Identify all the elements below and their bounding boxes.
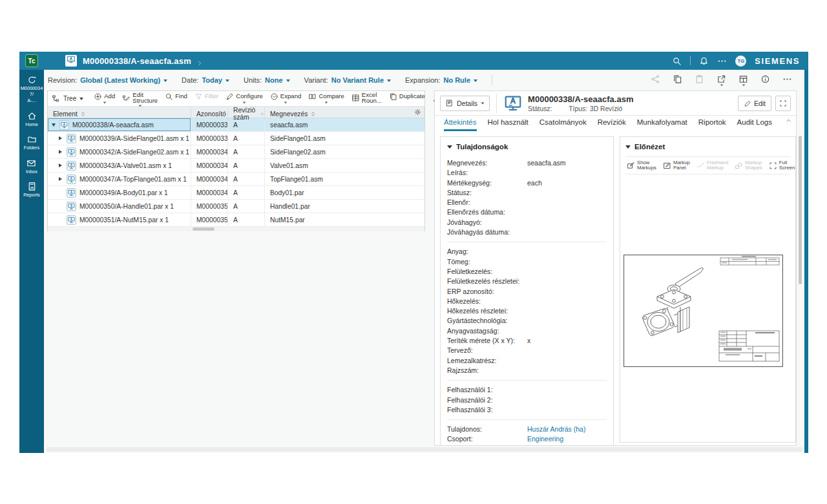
scrollbar-thumb[interactable] xyxy=(799,136,802,284)
sidebar-item-home[interactable]: Home xyxy=(25,111,37,128)
info-button[interactable] xyxy=(760,74,770,84)
properties-section-header[interactable]: Tulajdonságok xyxy=(447,140,607,154)
element-cell[interactable]: M00000347/A-TopFlange01.asm x 1 xyxy=(48,173,191,185)
column-header-azonost[interactable]: Azonosító xyxy=(191,107,228,121)
expand-arrow-icon[interactable] xyxy=(58,150,63,154)
column-settings-gear-icon[interactable] xyxy=(414,108,422,116)
name-cell: TopFlange01.asm xyxy=(265,173,424,185)
sort-icon[interactable] xyxy=(260,111,264,117)
more-button[interactable] xyxy=(782,74,792,84)
breadcrumb-chevron-icon[interactable] xyxy=(196,58,203,64)
tab-munkafolyamat[interactable]: Munkafolyamat xyxy=(637,118,687,131)
expand-arrow-icon[interactable] xyxy=(58,136,63,140)
open-button[interactable] xyxy=(717,74,726,87)
tree-view-selector[interactable]: Tree xyxy=(52,92,83,103)
property-value-link[interactable]: Huszár András (ha) xyxy=(527,425,585,434)
markup-panel-button[interactable]: Markup Panel xyxy=(663,160,690,171)
revision-cell: A xyxy=(228,173,265,185)
cad-assembly-icon xyxy=(67,174,76,184)
find-button[interactable]: Find xyxy=(165,92,187,101)
fullscreen-icon xyxy=(779,100,787,107)
expand-arrow-icon[interactable] xyxy=(58,163,63,167)
element-cell[interactable]: M00000349/A-Body01.par x 1 xyxy=(48,186,191,199)
fullscreen-button[interactable] xyxy=(775,96,791,111)
properties-section-title: Tulajdonságok xyxy=(456,143,508,151)
config-filter-label: Variant: xyxy=(304,76,328,84)
main-horizontal-scrollbar[interactable] xyxy=(47,447,802,452)
teamcenter-logo[interactable]: Tc xyxy=(25,54,38,67)
config-filter-date[interactable]: Date:Today xyxy=(182,76,229,84)
table-row[interactable]: M00000347/A-TopFlange01.asm x 1M00000347… xyxy=(48,173,424,186)
layout-button[interactable] xyxy=(738,74,748,87)
tab-holhasznlt[interactable]: Hol használt xyxy=(488,118,529,131)
sidebar-item-label: Reports xyxy=(23,193,40,198)
titlebar-more-icon[interactable] xyxy=(717,56,727,66)
markup-button-label: Markup Shapes xyxy=(745,160,762,171)
toolbar-button-label: Edit Structure xyxy=(132,92,158,104)
element-cell[interactable]: M00000351/A-NutM15.par x 1 xyxy=(48,213,191,226)
element-cell[interactable]: M00000350/A-Handle01.par x 1 xyxy=(48,200,191,213)
scrollbar-thumb[interactable] xyxy=(193,227,215,231)
table-row[interactable]: M00000349/A-Body01.par x 1M00000349ABody… xyxy=(48,186,424,200)
tab-revzik[interactable]: Revíziók xyxy=(598,118,626,131)
configure-button[interactable]: Configure xyxy=(225,92,263,104)
duplicate-button[interactable]: Duplicate xyxy=(389,92,425,101)
column-header-element[interactable]: Element xyxy=(48,107,191,121)
property-label: Felületkezelés: xyxy=(447,267,527,277)
property-label: Ellenőr: xyxy=(447,198,527,207)
config-filter-revision[interactable]: Revision:Global (Latest Working) xyxy=(48,76,167,84)
expand-arrow-icon[interactable] xyxy=(58,177,63,181)
table-row[interactable]: M00000342/A-SideFlange02.asm x 1M0000034… xyxy=(48,145,424,159)
config-filter-units[interactable]: Units:None xyxy=(244,76,290,84)
collapse-arrow-icon[interactable] xyxy=(50,123,56,127)
tab-csatolmnyok[interactable]: Csatolmányok xyxy=(539,118,587,131)
sidebar-item-back-navigation[interactable]: M00000347/A-... xyxy=(20,75,44,104)
sidebar-item-inbox[interactable]: Inbox xyxy=(26,158,37,175)
full-screen-button[interactable]: Full Screen xyxy=(769,160,795,171)
element-cell[interactable]: M00000342/A-SideFlange02.asm x 1 xyxy=(48,145,191,158)
property-value-link[interactable]: Engineering xyxy=(527,434,563,444)
expand-button[interactable]: Expand xyxy=(270,92,302,104)
copy-button[interactable] xyxy=(673,74,682,84)
details-edit-button[interactable]: Edit xyxy=(738,96,771,111)
sidebar-item-folders[interactable]: Folders xyxy=(24,134,39,151)
notifications-bell-icon[interactable] xyxy=(699,56,709,66)
sort-icon[interactable] xyxy=(310,111,316,117)
preview-section-header[interactable]: Előnézet xyxy=(625,140,790,154)
element-cell[interactable]: M00000343/A-Valve01.asm x 1 xyxy=(48,159,191,172)
tab-auditlogs[interactable]: Audit Logs xyxy=(737,118,772,131)
sort-icon[interactable] xyxy=(80,111,86,117)
column-header-megnevezs[interactable]: Megnevezés xyxy=(265,107,424,121)
column-header-revziszm[interactable]: Revízió szám xyxy=(228,107,265,121)
table-row[interactable]: M00000351/A-NutM15.par x 1M00000351ANutM… xyxy=(48,213,424,227)
table-row[interactable]: M00000343/A-Valve01.asm x 1M00000343AVal… xyxy=(48,159,424,173)
tab-riportok[interactable]: Riportok xyxy=(698,118,726,131)
table-row[interactable]: M00000339/A-SideFlange01.asm x 1M0000033… xyxy=(48,132,424,145)
cad-assembly-icon xyxy=(67,188,76,198)
compare-button[interactable]: Compare xyxy=(308,92,344,104)
cad-drawing-preview[interactable] xyxy=(623,255,783,367)
user-avatar[interactable]: TG xyxy=(735,56,746,67)
show-markups-button[interactable]: Show Markups xyxy=(627,160,656,171)
search-icon[interactable] xyxy=(672,56,682,66)
tree-horizontal-scrollbar[interactable] xyxy=(48,227,424,231)
details-view-button[interactable]: Details xyxy=(440,96,490,111)
property-label: Hőkezelés részletei: xyxy=(447,306,527,316)
pencil-icon xyxy=(744,100,751,107)
config-filter-variant[interactable]: Variant:No Variant Rule xyxy=(304,76,391,84)
toolbar-button-label: Add xyxy=(104,94,115,100)
element-cell[interactable]: M00000339/A-SideFlange01.asm x 1 xyxy=(48,132,191,145)
tab-ttekints[interactable]: Áttekintés xyxy=(444,118,477,131)
details-vertical-scrollbar[interactable] xyxy=(799,136,802,368)
property-row: Tömeg: xyxy=(447,257,607,267)
edit-button[interactable]: Edit Structure xyxy=(122,92,158,107)
collapse-chevron-up-icon[interactable] xyxy=(785,117,792,124)
table-row[interactable]: M00000350/A-Handle01.par x 1M00000350AHa… xyxy=(48,200,424,213)
config-filter-expansion[interactable]: Expansion:No Rule xyxy=(405,76,477,84)
full-screen-icon xyxy=(769,162,777,170)
details-body: Tulajdonságok Megnevezés:seaacfa.asmLeír… xyxy=(435,131,796,445)
sidebar-item-reports[interactable]: Reports xyxy=(23,182,40,198)
add-button[interactable]: Add xyxy=(94,92,115,104)
sidebar-back-label: M00000347/ xyxy=(20,86,44,97)
excel-button[interactable]: Excel Roun... xyxy=(351,92,382,104)
